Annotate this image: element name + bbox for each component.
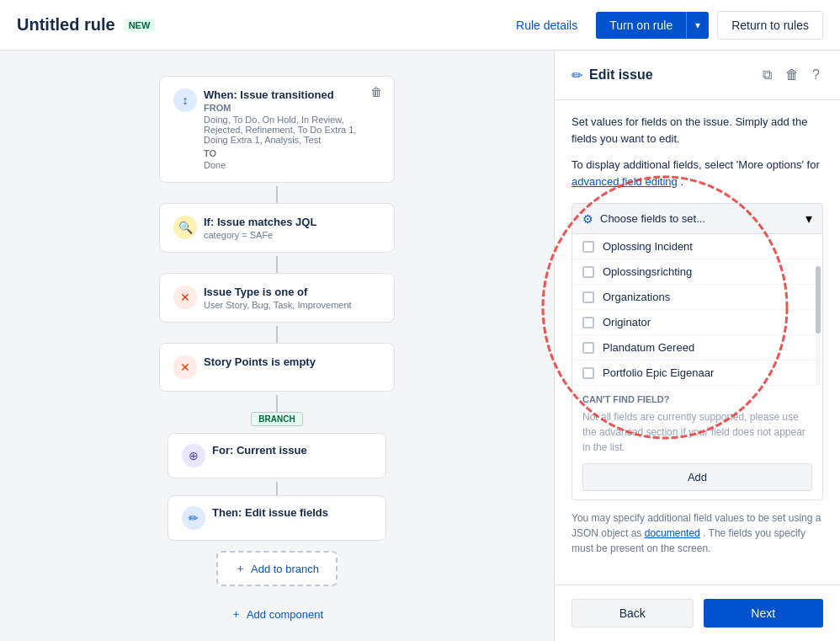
branch-for-title: For: Current issue [212,444,372,457]
field-checkbox-portfolio[interactable] [582,367,594,379]
cant-find-section: CAN'T FIND FIELD? Not all fields are cur… [572,386,822,499]
branch-badge: BRANCH [251,412,302,426]
trigger-title: When: Issue transitioned [204,88,380,101]
condition-issuetype-title: Issue Type is one of [204,286,380,298]
field-checkbox-oplossing[interactable] [582,241,594,253]
turn-on-button-group: Turn on rule ▾ [596,12,709,39]
field-checkbox-organizations[interactable] [582,291,594,303]
return-to-rules-button[interactable]: Return to rules [717,11,823,40]
gear-icon: ⚙ [582,212,593,226]
scrollbar-track [816,266,821,386]
connector-1 [276,186,278,203]
field-item-plandatum[interactable]: Plandatum Gereed [572,335,822,361]
branch-wrapper: BRANCH ⊕ For: Current issue ✏ [109,412,445,586]
panel-link-text: To display additional fields, select 'Mo… [572,157,823,190]
panel-footer: Back Next [555,585,840,641]
delete-trigger-button[interactable]: 🗑 [365,83,387,100]
canvas: 🗑 ↕ When: Issue transitioned FROM Doing,… [0,51,554,641]
advanced-field-link[interactable]: advanced field editing [572,175,678,188]
add-component-plus-icon: ＋ [231,606,242,622]
connector-2 [276,256,278,273]
field-name-organizations: Organizations [603,291,670,303]
field-checkbox-oplossingsrichting[interactable] [582,266,594,278]
panel-copy-button[interactable]: ⧉ [759,64,775,86]
rule-details-button[interactable]: Rule details [506,13,587,37]
condition-storypoints-icon: ✕ [173,355,197,379]
panel-bottom-text: You may specify additional field values … [572,510,823,556]
condition-jql-content: If: Issue matches JQL category = SAFe [204,216,380,240]
panel-link-suffix: . [680,175,683,188]
trigger-node[interactable]: 🗑 ↕ When: Issue transitioned FROM Doing,… [159,76,395,183]
condition-jql-icon: 🔍 [173,216,197,239]
action-edit-content: Then: Edit issue fields [212,506,372,521]
condition-issuetype-content: Issue Type is one of User Story, Bug, Ta… [204,286,380,310]
field-name-oplossing: Oplossing Incident [603,240,693,253]
condition-issuetype-node[interactable]: ✕ Issue Type is one of User Story, Bug, … [159,273,395,323]
field-checkbox-plandatum[interactable] [582,342,594,354]
panel-description: Set values for fields on the issue. Simp… [572,114,823,147]
main-layout: 🗑 ↕ When: Issue transitioned FROM Doing,… [0,51,840,641]
cant-find-label: CAN'T FIND FIELD? [582,394,812,404]
field-name-portfolio: Portfolio Epic Eigenaar [603,366,714,379]
condition-issuetype-icon: ✕ [173,286,197,309]
condition-jql-node[interactable]: 🔍 If: Issue matches JQL category = SAFe [159,203,395,253]
connector-3 [276,326,278,343]
action-edit-node[interactable]: ✏ Then: Edit issue fields [167,495,386,541]
rule-flow: 🗑 ↕ When: Issue transitioned FROM Doing,… [17,76,537,628]
condition-jql-title: If: Issue matches JQL [204,216,380,228]
panel-header: ✏ Edit issue ⧉ 🗑 ? [555,51,840,100]
branch-for-node[interactable]: ⊕ For: Current issue [167,433,386,478]
trigger-to-label: TO [204,148,380,158]
add-to-branch-button[interactable]: ＋ Add to branch [216,551,338,586]
trigger-content: When: Issue transitioned FROM Doing, To … [204,88,380,170]
field-name-originator: Originator [603,316,651,329]
field-name-oplossingsrichting: Oplossingsrichting [603,265,692,278]
field-chooser: ⚙ Choose fields to set... ▾ Oplossing In… [572,203,823,500]
turn-on-rule-button[interactable]: Turn on rule [596,12,686,39]
header-right: Rule details Turn on rule ▾ Return to ru… [506,11,823,40]
field-list: Oplossing Incident Oplossingsrichting Or… [572,234,822,386]
add-field-button[interactable]: Add [582,463,812,491]
header-left: Untitled rule NEW [17,15,155,35]
field-item-oplossing[interactable]: Oplossing Incident [572,234,822,259]
condition-issuetype-detail: User Story, Bug, Task, Improvement [204,300,380,310]
panel-edit-icon: ✏ [572,67,582,83]
turn-on-chevron-button[interactable]: ▾ [686,12,709,39]
add-to-branch-plus-icon: ＋ [235,561,246,576]
add-component-label: Add component [247,608,323,621]
condition-jql-inner: 🔍 If: Issue matches JQL category = SAFe [173,216,380,240]
documented-link[interactable]: documented [645,527,700,539]
branch-for-inner: ⊕ For: Current issue [182,444,372,467]
trigger-to-value: Done [204,160,380,170]
condition-storypoints-title: Story Points is empty [204,355,380,368]
connector-4 [276,395,278,412]
action-edit-icon: ✏ [182,506,205,530]
panel-help-button[interactable]: ? [809,64,823,86]
panel-body: Set values for fields on the issue. Simp… [555,100,840,585]
header: Untitled rule NEW Rule details Turn on r… [0,0,840,51]
field-checkbox-originator[interactable] [582,317,594,329]
branch-connector [276,482,278,495]
panel-title-row: ✏ Edit issue [572,67,653,83]
status-badge: NEW [124,19,156,32]
panel-title: Edit issue [589,67,653,83]
trigger-from-value: Doing, To Do, On Hold, In Review, Reject… [204,115,380,145]
field-chooser-header-left: ⚙ Choose fields to set... [582,212,705,226]
trigger-from-label: FROM [204,103,380,113]
field-item-organizations[interactable]: Organizations [572,285,822,310]
field-item-oplossingsrichting[interactable]: Oplossingsrichting [572,259,822,285]
scrollbar-thumb[interactable] [816,266,821,334]
condition-storypoints-node[interactable]: ✕ Story Points is empty [159,343,395,392]
condition-storypoints-content: Story Points is empty [204,355,380,370]
cant-find-desc: Not all fields are currently supported, … [582,409,812,455]
field-item-portfolio[interactable]: Portfolio Epic Eigenaar [572,361,822,386]
field-chooser-header[interactable]: ⚙ Choose fields to set... ▾ [572,204,822,234]
panel-delete-button[interactable]: 🗑 [782,64,802,86]
field-item-originator[interactable]: Originator [572,310,822,335]
back-button[interactable]: Back [572,599,694,628]
chevron-down-icon: ▾ [805,211,812,227]
add-to-branch-label: Add to branch [251,563,319,575]
next-button[interactable]: Next [704,599,824,628]
add-component-button[interactable]: ＋ Add component [224,600,330,628]
condition-issuetype-inner: ✕ Issue Type is one of User Story, Bug, … [173,286,380,310]
